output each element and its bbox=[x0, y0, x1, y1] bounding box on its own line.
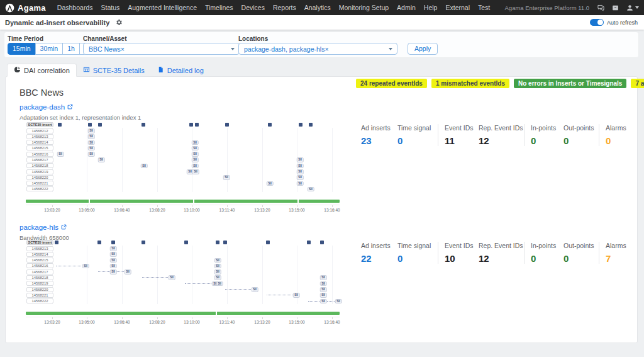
channel-asset-value: BBC News× bbox=[89, 45, 125, 53]
channel-asset-select[interactable]: BBC News× bbox=[83, 43, 240, 55]
scte35-insert-marker bbox=[216, 241, 219, 244]
locations-label: Locations bbox=[238, 35, 268, 42]
agama-logo[interactable]: Agama bbox=[5, 3, 46, 13]
chat-icon[interactable] bbox=[597, 4, 605, 12]
nav-item-devices[interactable]: Devices bbox=[242, 4, 265, 11]
package-link-package-hls[interactable]: package-hls bbox=[19, 224, 67, 231]
ad-insert-chip: SII bbox=[320, 287, 327, 292]
chart-header-row: SCTE35 insert bbox=[26, 122, 340, 128]
event-id-label: 14568213 bbox=[26, 246, 53, 251]
scte35-insert-marker bbox=[189, 123, 193, 127]
time-period-1h[interactable]: 1h bbox=[62, 43, 80, 55]
scte35-insert-header: SCTE35 insert bbox=[26, 240, 53, 245]
time-period-30min[interactable]: 30min bbox=[35, 43, 64, 55]
axis-tick-label: 13:15:00 bbox=[289, 208, 304, 212]
stat-ad-inserts: Ad inserts22 bbox=[361, 242, 397, 264]
stat-group: Event IDs10Rep. Event IDs12 bbox=[438, 242, 524, 264]
stat-value: 10 bbox=[445, 253, 479, 264]
ad-duration-dots bbox=[185, 283, 211, 284]
stat-label: Rep. Event IDs bbox=[479, 124, 524, 132]
stat-ad-inserts: Ad inserts23 bbox=[361, 124, 397, 146]
stat-label: Rep. Event IDs bbox=[479, 242, 524, 249]
storage-icon[interactable] bbox=[611, 4, 619, 12]
axis-tick bbox=[227, 317, 228, 319]
ad-insert-chip: SII bbox=[214, 258, 221, 263]
stat-out-points: Out-points0 bbox=[564, 124, 599, 146]
ad-insert-chip: SII bbox=[110, 264, 117, 269]
event-id-label: 14568217 bbox=[26, 157, 53, 162]
nav-item-help[interactable]: Help bbox=[424, 4, 438, 11]
availability-bar-gap bbox=[193, 200, 194, 203]
stat-value: 7 bbox=[606, 253, 642, 264]
axis-tick bbox=[332, 205, 333, 207]
stat-alarms: Alarms7 bbox=[606, 242, 642, 264]
tab-label: SCTE-35 Details bbox=[93, 67, 145, 74]
locations-select[interactable]: package-dash, package-hls× bbox=[238, 43, 397, 55]
nav-item-reports[interactable]: Reports bbox=[273, 4, 296, 11]
event-id-label: 14568219 bbox=[26, 281, 53, 286]
time-period-15min[interactable]: 15min bbox=[8, 43, 36, 55]
event-row-14568217: 14568217SIISIISII bbox=[26, 157, 340, 162]
axis-tick bbox=[157, 205, 158, 207]
package-link-package-dash[interactable]: package-dash bbox=[19, 103, 73, 111]
axis-tick-label: 13:15:00 bbox=[289, 320, 304, 324]
document-icon bbox=[157, 66, 164, 74]
stat-label: Out-points bbox=[564, 242, 599, 249]
event-row-14568219: 14568219SIISIISII bbox=[26, 281, 340, 286]
stat-label: Ad inserts bbox=[361, 242, 397, 249]
stat-group: Event IDs11Rep. Event IDs12 bbox=[438, 124, 524, 146]
tab-scte-35-details[interactable]: SCTE-35 Details bbox=[77, 64, 151, 77]
event-row-14568216: 14568216SIISIISII bbox=[26, 263, 340, 269]
nav-item-augmented-intelligence[interactable]: Augmented Intelligence bbox=[128, 4, 197, 11]
stat-rep-event-ids: Rep. Event IDs12 bbox=[479, 242, 524, 264]
ad-duration-dots bbox=[225, 289, 251, 290]
stat-group: Alarms7 bbox=[599, 242, 642, 264]
time-period-label: Time Period bbox=[8, 35, 43, 42]
availability-bar-gap bbox=[89, 200, 90, 203]
event-id-label: 14568221 bbox=[26, 293, 53, 298]
nav-item-external[interactable]: External bbox=[445, 4, 470, 11]
event-id-label: 14568216 bbox=[26, 263, 53, 268]
stat-label: In-points bbox=[531, 242, 564, 249]
axis-tick bbox=[122, 205, 123, 207]
stat-in-points: In-points0 bbox=[531, 124, 564, 146]
section-package-hls: package-hlsBandwidth 658000SCTE35 insert… bbox=[19, 221, 638, 241]
axis-tick-label: 13:13:20 bbox=[254, 320, 270, 324]
nav-item-status[interactable]: Status bbox=[101, 4, 119, 11]
axis-tick bbox=[192, 205, 192, 207]
user-icon[interactable] bbox=[626, 4, 639, 12]
chevron-down-icon bbox=[389, 48, 392, 50]
ad-insert-chip: SII bbox=[267, 181, 274, 186]
stat-value: 22 bbox=[361, 253, 397, 264]
nav-item-admin[interactable]: Admin bbox=[397, 4, 416, 11]
auto-refresh-label: Auto refresh bbox=[607, 20, 638, 26]
auto-refresh-toggle[interactable] bbox=[590, 19, 604, 26]
tab-label: DAI correlation bbox=[24, 67, 70, 74]
nav-item-test[interactable]: Test bbox=[478, 4, 490, 11]
ad-insert-chip: SII bbox=[110, 246, 117, 251]
scte35-insert-marker bbox=[97, 241, 101, 244]
nav-item-monitoring-setup[interactable]: Monitoring Setup bbox=[339, 4, 389, 11]
tab-dai-correlation[interactable]: DAI correlation bbox=[7, 64, 77, 77]
stat-group: In-points0Out-points0 bbox=[524, 242, 599, 264]
ad-insert-chip: SII bbox=[297, 157, 304, 162]
stat-value: 12 bbox=[479, 253, 524, 264]
settings-gear-icon[interactable] bbox=[116, 19, 123, 26]
scte35-insert-marker bbox=[195, 123, 199, 127]
ad-insert-chip: SII bbox=[57, 152, 64, 157]
stat-value: 0 bbox=[397, 135, 438, 146]
stat-in-points: In-points0 bbox=[531, 242, 564, 264]
axis-tick-label: 13:10:00 bbox=[184, 320, 199, 324]
event-row-14568218: 14568218SIISIISII bbox=[26, 163, 340, 169]
nav-item-analytics[interactable]: Analytics bbox=[304, 4, 331, 11]
ad-insert-chip: SII bbox=[88, 134, 95, 139]
apply-button[interactable]: Apply bbox=[408, 43, 438, 55]
nav-item-timelines[interactable]: Timelines bbox=[205, 4, 233, 11]
event-row-14568212: 14568212SII bbox=[26, 128, 340, 133]
stat-rep-event-ids: Rep. Event IDs12 bbox=[479, 124, 524, 146]
stat-value: 11 bbox=[445, 135, 479, 146]
badge-row: 24 repeated eventIds1 mismatched eventId… bbox=[356, 79, 644, 88]
nav-item-dashboards[interactable]: Dashboards bbox=[57, 4, 93, 11]
tab-detailed-log[interactable]: Detailed log bbox=[151, 64, 210, 77]
pie-chart-icon bbox=[14, 66, 21, 74]
